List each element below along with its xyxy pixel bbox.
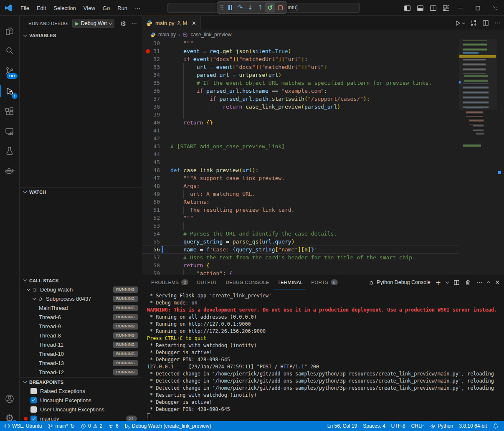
- debug-toolbar-drag-handle[interactable]: [220, 5, 224, 10]
- split-editor-icon[interactable]: [482, 20, 489, 26]
- menu-edit[interactable]: Edit: [33, 3, 50, 13]
- gutter[interactable]: 47: [142, 174, 170, 182]
- menu-go[interactable]: Go: [99, 3, 114, 13]
- terminal-output[interactable]: * Serving Flask app 'create_link_preview…: [142, 289, 504, 421]
- close-panel-icon[interactable]: ✕: [495, 279, 500, 286]
- gutter[interactable]: 54: [142, 230, 170, 238]
- code-line[interactable]: 59 "action": {: [142, 269, 459, 275]
- gutter[interactable]: 31: [142, 47, 170, 55]
- code-line[interactable]: 34 parsed_url = urlparse(url): [142, 71, 459, 79]
- chevron-down-icon[interactable]: [446, 280, 449, 283]
- code-line[interactable]: 52 """: [142, 214, 459, 222]
- code-line[interactable]: 39: [142, 111, 459, 119]
- step-into-icon[interactable]: ↓: [245, 3, 255, 13]
- gutter[interactable]: 58: [142, 261, 170, 269]
- code-line[interactable]: 51 The resulting preview link card.: [142, 206, 459, 214]
- call-stack-section-header[interactable]: CALL STACK: [20, 276, 142, 285]
- breadcrumb-symbol[interactable]: case_link_preview: [190, 32, 231, 38]
- maximize-button[interactable]: [469, 0, 486, 16]
- breakpoint-checkbox[interactable]: [30, 397, 37, 403]
- breakpoints-section-header[interactable]: BREAKPOINTS: [20, 377, 142, 386]
- gutter[interactable]: 36: [142, 87, 170, 95]
- code-line[interactable]: 49 url: A matching URL.: [142, 190, 459, 198]
- menu-overflow-icon[interactable]: ⋯: [131, 3, 144, 13]
- menu-file[interactable]: File: [17, 3, 33, 13]
- gutter[interactable]: 39: [142, 111, 170, 119]
- gutter[interactable]: 48: [142, 182, 170, 190]
- overview-ruler[interactable]: [497, 39, 504, 275]
- gutter[interactable]: 51: [142, 206, 170, 214]
- menu-view[interactable]: View: [80, 3, 99, 13]
- run-or-debug-icon[interactable]: [470, 20, 477, 26]
- breakpoint-row[interactable]: main.py31: [20, 414, 142, 421]
- watch-section-header[interactable]: WATCH: [20, 187, 142, 196]
- testing-icon[interactable]: [0, 142, 19, 161]
- tab-main-py[interactable]: main.py 2, M ✕: [142, 16, 201, 30]
- run-python-file-button[interactable]: [455, 20, 465, 26]
- customize-layout-icon[interactable]: [443, 5, 450, 12]
- gutter[interactable]: 49: [142, 190, 170, 198]
- kill-terminal-trash-icon[interactable]: [465, 279, 471, 286]
- code-line[interactable]: 42: [142, 134, 459, 142]
- remote-indicator[interactable]: WSL: Ubuntu: [0, 421, 45, 431]
- debug-session-status[interactable]: Debug Watch (create_link_preview): [122, 421, 214, 431]
- gutter[interactable]: 40: [142, 119, 170, 127]
- code-line[interactable]: 47 """A support case link preview.: [142, 174, 459, 182]
- extensions-icon[interactable]: [0, 102, 19, 121]
- stop-icon[interactable]: [275, 3, 285, 13]
- code-line[interactable]: 40 return {}: [142, 119, 459, 127]
- debug-settings-gear-icon[interactable]: ⚙: [120, 20, 126, 28]
- problems-status[interactable]: 0 ⚠ 2: [78, 421, 105, 431]
- code-line[interactable]: 41: [142, 127, 459, 134]
- gutter[interactable]: 33: [142, 63, 170, 71]
- minimize-button[interactable]: [451, 0, 469, 16]
- code-line[interactable]: 53: [142, 222, 459, 230]
- code-line[interactable]: 32 if event["docs"]["matchedUrl"]["url"]…: [142, 55, 459, 63]
- gutter[interactable]: 52: [142, 214, 170, 222]
- encoding-status[interactable]: UTF-8: [388, 421, 408, 431]
- gutter[interactable]: 50: [142, 198, 170, 206]
- gutter[interactable]: 41: [142, 127, 170, 134]
- code-editor[interactable]: 30 """31 event = req.get_json(silent=Tru…: [142, 39, 504, 275]
- pause-icon[interactable]: [225, 3, 235, 13]
- breakpoint-row[interactable]: User Uncaught Exceptions: [20, 405, 142, 414]
- callstack-row[interactable]: Thread-11RUNNING: [20, 340, 142, 349]
- code-line[interactable]: 36 if parsed_url.hostname == "example.co…: [142, 87, 459, 95]
- indentation-status[interactable]: Spaces: 4: [360, 421, 388, 431]
- code-line[interactable]: 55 query_string = parse_qs(url.query): [142, 238, 459, 246]
- gutter[interactable]: 44: [142, 150, 170, 158]
- gutter[interactable]: 35: [142, 79, 170, 87]
- callstack-row[interactable]: Thread-10RUNNING: [20, 349, 142, 358]
- eol-status[interactable]: CRLF: [408, 421, 427, 431]
- panel-tab-terminal[interactable]: TERMINAL: [274, 276, 306, 289]
- gutter[interactable]: 53: [142, 222, 170, 230]
- breakpoint-dot-icon[interactable]: [146, 49, 150, 53]
- docker-icon[interactable]: [0, 162, 19, 181]
- code-line[interactable]: 48 Args:: [142, 182, 459, 190]
- ports-status[interactable]: 6: [105, 421, 122, 431]
- breakpoint-checkbox[interactable]: [30, 388, 37, 394]
- editor-more-actions-icon[interactable]: ⋯: [494, 19, 501, 27]
- gutter[interactable]: 45: [142, 158, 170, 166]
- callstack-row[interactable]: Thread-12RUNNING: [20, 368, 142, 377]
- code-line[interactable]: 58 return {: [142, 261, 459, 269]
- gutter[interactable]: 55: [142, 238, 170, 246]
- gutter[interactable]: 56: [142, 246, 170, 254]
- toggle-panel-icon[interactable]: [417, 5, 424, 12]
- panel-tab-output[interactable]: OUTPUT: [193, 276, 220, 289]
- search-icon[interactable]: [0, 41, 19, 61]
- code-line[interactable]: 45: [142, 158, 459, 166]
- variables-section-header[interactable]: VARIABLES: [20, 31, 142, 40]
- sidebar-more-actions-icon[interactable]: ⋯: [131, 20, 137, 27]
- breakpoint-row[interactable]: Uncaught Exceptions: [20, 396, 142, 405]
- code-line[interactable]: 44: [142, 150, 459, 158]
- run-and-debug-icon[interactable]: 1: [0, 81, 19, 101]
- terminal-instance-label[interactable]: Python Debug Console: [368, 279, 431, 286]
- tab-close-icon[interactable]: ✕: [192, 20, 196, 26]
- breadcrumb-file[interactable]: main.py: [158, 32, 176, 38]
- menu-run[interactable]: Run: [114, 3, 131, 13]
- callstack-row[interactable]: Subprocess 80437RUNNING: [20, 294, 142, 303]
- code-line[interactable]: 37 if parsed_url.path.startswith("/suppo…: [142, 95, 459, 103]
- panel-tab-ports[interactable]: PORTS6: [308, 276, 341, 289]
- notifications-bell[interactable]: [490, 421, 501, 431]
